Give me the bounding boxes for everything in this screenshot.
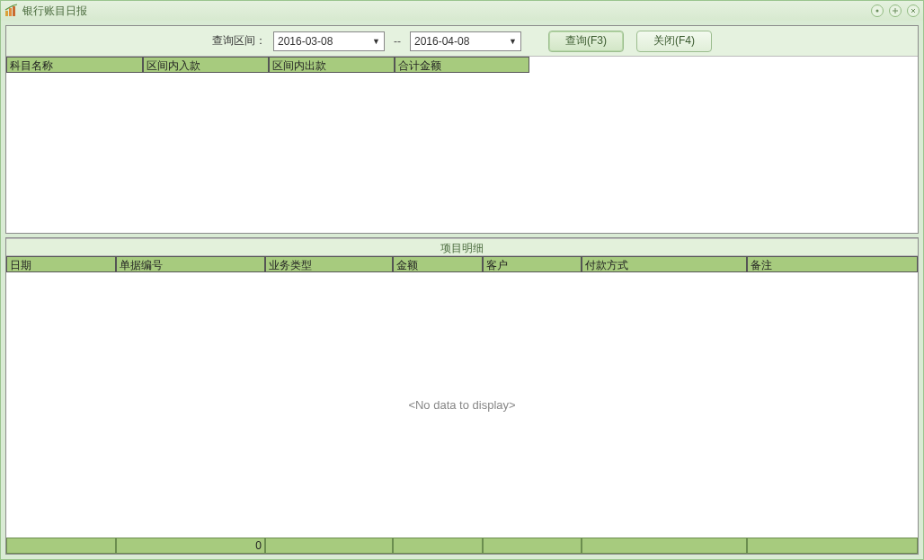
- no-data-label: <No data to display>: [408, 398, 515, 412]
- svg-rect-0: [5, 11, 8, 16]
- date-to-field[interactable]: 2016-04-08 ▼: [410, 31, 521, 51]
- chevron-down-icon: ▼: [509, 37, 517, 46]
- detail-panel: 项目明细 日期 单据编号 业务类型 金额 客户 付款方式 备注 <No data…: [5, 237, 919, 555]
- col-biz-type[interactable]: 业务类型: [265, 256, 393, 272]
- date-from-value: 2016-03-08: [278, 35, 333, 48]
- col-subject-name[interactable]: 科目名称: [6, 57, 143, 73]
- footer-pay-method: [582, 538, 747, 554]
- col-date[interactable]: 日期: [6, 256, 116, 272]
- footer-date: [6, 538, 116, 554]
- col-in-amount[interactable]: 区间内入款: [143, 57, 269, 73]
- col-remark[interactable]: 备注: [747, 256, 918, 272]
- window-title: 银行账目日报: [22, 4, 871, 19]
- col-total-amount[interactable]: 合计金额: [395, 57, 529, 73]
- footer-doc-no: 0: [116, 538, 265, 554]
- maximize-button[interactable]: [889, 4, 902, 17]
- footer-customer: [483, 538, 582, 554]
- detail-table-body[interactable]: <No data to display>: [6, 272, 918, 538]
- minimize-button[interactable]: [871, 4, 884, 17]
- summary-table-body[interactable]: [6, 73, 918, 233]
- date-to-value: 2016-04-08: [414, 35, 469, 48]
- col-customer[interactable]: 客户: [483, 256, 582, 272]
- col-pay-method[interactable]: 付款方式: [582, 256, 747, 272]
- footer-biz-type: [265, 538, 393, 554]
- app-icon: [4, 4, 19, 18]
- col-doc-no[interactable]: 单据编号: [116, 256, 265, 272]
- titlebar: 银行账目日报: [1, 1, 923, 21]
- footer-remark: [747, 538, 918, 554]
- detail-table-header: 日期 单据编号 业务类型 金额 客户 付款方式 备注: [6, 256, 918, 272]
- detail-title: 项目明细: [6, 238, 918, 256]
- date-from-field[interactable]: 2016-03-08 ▼: [273, 31, 385, 51]
- summary-table-header: 科目名称 区间内入款 区间内出款 合计金额: [6, 57, 918, 73]
- close-panel-button[interactable]: 关闭(F4): [636, 31, 712, 52]
- svg-point-3: [876, 10, 879, 13]
- search-button[interactable]: 查询(F3): [548, 31, 624, 52]
- footer-amount: [393, 538, 483, 554]
- svg-rect-2: [13, 6, 15, 16]
- col-amount[interactable]: 金额: [393, 256, 483, 272]
- query-label: 查询区间：: [212, 33, 268, 49]
- svg-rect-1: [9, 8, 12, 16]
- summary-panel: 查询区间： 2016-03-08 ▼ -- 2016-04-08 ▼ 查询(F3…: [5, 25, 919, 234]
- query-bar: 查询区间： 2016-03-08 ▼ -- 2016-04-08 ▼ 查询(F3…: [6, 26, 918, 57]
- chevron-down-icon: ▼: [372, 37, 380, 46]
- detail-footer-row: 0: [6, 538, 918, 554]
- close-button[interactable]: [907, 4, 920, 17]
- col-out-amount[interactable]: 区间内出款: [269, 57, 395, 73]
- date-separator: --: [390, 35, 404, 48]
